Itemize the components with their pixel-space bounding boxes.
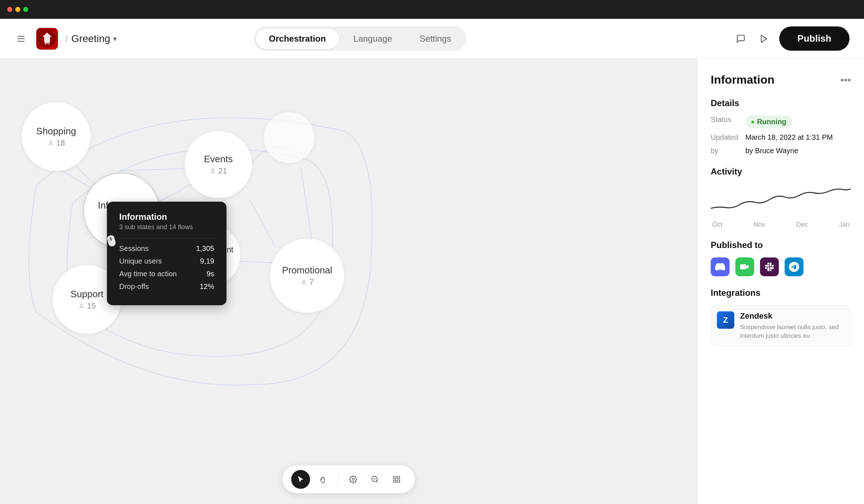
maximize-dot[interactable] <box>23 7 28 12</box>
cursor-tool-button[interactable] <box>291 470 310 489</box>
hamburger-button[interactable] <box>14 32 29 46</box>
tooltip-users-label: Unique users <box>119 257 162 265</box>
node-tooltip: Information 3 sub states and 14 flows Se… <box>107 202 227 305</box>
integration-desc: Suspendisse laoreet nulla justo, sed int… <box>740 323 845 340</box>
status-value: Running <box>745 116 851 128</box>
header-actions: Publish <box>733 26 850 51</box>
node-support-count: 15 <box>78 301 96 311</box>
chevron-down-icon: ▾ <box>113 34 117 43</box>
svg-point-10 <box>212 169 214 171</box>
tooltip-row-avgtime: Avg time to action 9s <box>119 270 214 278</box>
svg-line-6 <box>250 200 275 247</box>
svg-rect-19 <box>397 476 399 479</box>
chat-button[interactable] <box>733 31 749 47</box>
close-dot[interactable] <box>7 7 12 12</box>
svg-rect-18 <box>394 476 396 479</box>
window-controls <box>7 7 28 12</box>
zendesk-logo: Z <box>717 311 734 329</box>
node-support-label: Support <box>70 289 103 300</box>
canvas[interactable]: .conn { fill: none; stroke: #b8c8e8; str… <box>0 59 697 504</box>
by-label: by <box>711 147 738 155</box>
slack-icon[interactable] <box>760 257 779 276</box>
by-value: by Bruce Wayne <box>745 147 851 155</box>
integrations-section: Integrations Z Zendesk Suspendisse laore… <box>711 288 851 346</box>
activity-chart <box>711 184 851 217</box>
zendesk-integration[interactable]: Z Zendesk Suspendisse laoreet nulla just… <box>711 305 851 346</box>
tooltip-divider <box>119 238 214 239</box>
svg-marker-1 <box>761 35 767 42</box>
tooltip-sessions-value: 1,305 <box>196 244 214 253</box>
layout-button[interactable] <box>387 470 406 489</box>
app: / Greeting ▾ Orchestration Language Sett… <box>0 19 864 504</box>
zoom-out-button[interactable] <box>366 470 385 489</box>
chart-label-nov: Nov <box>753 221 765 228</box>
facetime-icon[interactable] <box>735 257 754 276</box>
svg-rect-21 <box>397 480 399 482</box>
hamburger-line <box>17 38 25 39</box>
activity-section-title: Activity <box>711 167 851 177</box>
integrations-section-title: Integrations <box>711 288 851 298</box>
tab-orchestration[interactable]: Orchestration <box>256 29 339 49</box>
settings-tool-button[interactable] <box>344 470 363 489</box>
svg-line-16 <box>377 481 378 482</box>
tooltip-avgtime-label: Avg time to action <box>119 270 177 278</box>
titlebar <box>0 0 864 19</box>
minimize-dot[interactable] <box>15 7 20 12</box>
more-options-button[interactable]: ••• <box>840 74 851 86</box>
chart-label-dec: Dec <box>796 221 808 228</box>
published-section-title: Published to <box>711 240 851 250</box>
node-promotional-label: Promotional <box>282 265 332 276</box>
tab-settings[interactable]: Settings <box>407 29 464 49</box>
node-promotional-count: 7 <box>300 277 313 287</box>
breadcrumb-separator: / <box>65 34 68 44</box>
publish-button[interactable]: Publish <box>779 26 850 51</box>
published-icons <box>711 257 851 276</box>
node-events-count: 21 <box>209 166 227 176</box>
node-events-label: Events <box>204 154 233 165</box>
tooltip-subtitle: 3 sub states and 14 flows <box>119 223 214 231</box>
svg-point-14 <box>352 478 354 480</box>
status-text: Running <box>757 118 786 126</box>
chart-label-oct: Oct <box>712 221 722 228</box>
tab-language[interactable]: Language <box>340 29 405 49</box>
svg-line-7 <box>301 167 312 240</box>
svg-point-8 <box>49 141 52 143</box>
status-badge: Running <box>745 116 792 128</box>
header: / Greeting ▾ Orchestration Language Sett… <box>0 19 864 59</box>
node-extra[interactable] <box>264 112 315 163</box>
node-shopping-label: Shopping <box>36 126 76 137</box>
tooltip-title: Information <box>119 212 214 222</box>
app-logo[interactable] <box>36 28 58 50</box>
hand-tool-button[interactable] <box>313 470 332 489</box>
breadcrumb: / Greeting ▾ <box>65 33 117 45</box>
panel-header: Information ••• <box>711 73 851 87</box>
hamburger-line <box>17 36 25 37</box>
discord-icon[interactable] <box>711 257 730 276</box>
breadcrumb-current[interactable]: Greeting ▾ <box>71 33 117 45</box>
tooltip-row-users: Unique users 9,19 <box>119 257 214 265</box>
panel-title: Information <box>711 73 774 87</box>
tooltip-dropoffs-value: 12% <box>200 282 214 291</box>
chart-label-jan: Jan <box>839 221 850 228</box>
tooltip-avgtime-value: 9s <box>207 270 214 278</box>
toolbar-divider <box>338 473 338 486</box>
svg-point-12 <box>80 304 83 306</box>
integration-info: Zendesk Suspendisse laoreet nulla justo,… <box>740 311 845 340</box>
updated-value: March 18, 2022 at 1:31 PM <box>745 133 851 142</box>
node-shopping-count: 18 <box>47 138 65 148</box>
status-dot <box>751 121 754 123</box>
details-grid: Status Running Updated March 18, 2022 at… <box>711 116 851 155</box>
play-button[interactable] <box>756 31 772 47</box>
tooltip-row-dropoffs: Drop-offs 12% <box>119 282 214 291</box>
tooltip-sessions-label: Sessions <box>119 244 149 253</box>
details-section-title: Details <box>711 98 851 108</box>
tooltip-dropoffs-label: Drop-offs <box>119 282 149 291</box>
node-shopping[interactable]: Shopping 18 <box>22 102 91 171</box>
node-promotional[interactable]: Promotional 7 <box>270 239 344 313</box>
tooltip-row-sessions: Sessions 1,305 <box>119 244 214 253</box>
integration-name: Zendesk <box>740 311 845 321</box>
telegram-icon[interactable] <box>785 257 803 276</box>
main-content: .conn { fill: none; stroke: #b8c8e8; str… <box>0 59 864 504</box>
published-section: Published to <box>711 240 851 276</box>
node-events[interactable]: Events 21 <box>185 131 252 198</box>
